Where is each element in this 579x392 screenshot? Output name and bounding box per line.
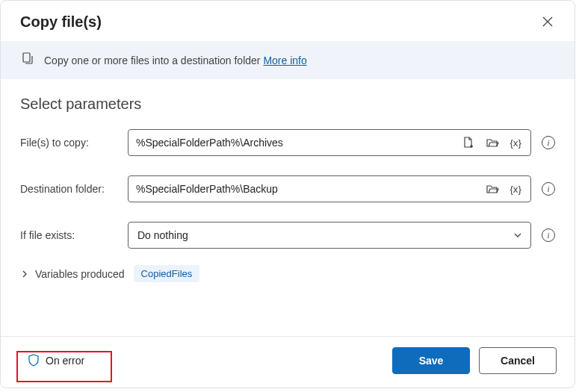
if-file-exists-select[interactable]: Do nothing [128, 222, 531, 249]
folder-open-icon [486, 182, 499, 196]
variable-icon: {x} [510, 137, 521, 149]
variables-produced-label: Variables produced [35, 268, 125, 280]
if-file-exists-value: Do nothing [137, 229, 188, 241]
select-folder-button[interactable] [484, 134, 501, 151]
chevron-down-icon [513, 230, 523, 240]
more-info-link[interactable]: More info [263, 55, 306, 66]
destination-folder-label: Destination folder: [20, 183, 117, 195]
variables-produced-row: Variables produced CopiedFiles [20, 265, 555, 282]
variable-icon: {x} [510, 184, 521, 195]
folder-open-icon [486, 136, 499, 149]
files-to-copy-input-wrap: {x} [128, 129, 531, 156]
destination-folder-input[interactable] [136, 183, 484, 195]
if-file-exists-row: If file exists: Do nothing i [20, 222, 555, 249]
dialog-footer: On error Save Cancel [1, 336, 575, 388]
files-to-copy-input[interactable] [136, 137, 460, 149]
files-input-icons: {x} [460, 134, 523, 151]
footer-buttons: Save Cancel [392, 347, 557, 374]
save-button[interactable]: Save [392, 347, 470, 374]
copy-files-dialog: Copy file(s) Copy one or more files into… [0, 0, 575, 388]
chevron-right-icon [20, 270, 29, 279]
variable-chip-copiedfiles[interactable]: CopiedFiles [134, 265, 200, 282]
select-variable-button-dest[interactable]: {x} [508, 182, 523, 196]
info-banner: Copy one or more files into a destinatio… [1, 41, 575, 79]
destination-info-button[interactable]: i [542, 182, 555, 196]
file-add-icon [462, 136, 475, 149]
dialog-title: Copy file(s) [20, 13, 102, 31]
destination-folder-row: Destination folder: {x} i [20, 175, 555, 202]
copy-files-icon [20, 52, 35, 69]
destination-folder-input-wrap: {x} [128, 175, 531, 202]
dialog-body: Select parameters File(s) to copy: {x} [1, 79, 575, 336]
banner-text: Copy one or more files into a destinatio… [44, 55, 307, 66]
select-file-button[interactable] [460, 134, 477, 151]
close-button[interactable] [537, 11, 558, 32]
select-variable-button[interactable]: {x} [508, 136, 523, 150]
destination-input-icons: {x} [484, 181, 523, 197]
if-file-exists-label: If file exists: [20, 229, 117, 241]
close-icon [542, 16, 554, 28]
files-to-copy-label: File(s) to copy: [20, 137, 117, 149]
on-error-button[interactable]: On error [19, 348, 93, 373]
files-to-copy-row: File(s) to copy: {x} i [20, 129, 555, 156]
shield-icon [28, 354, 40, 367]
if-exists-info-button[interactable]: i [542, 228, 555, 242]
select-folder-button-dest[interactable] [484, 181, 501, 197]
on-error-label: On error [46, 355, 84, 367]
section-title: Select parameters [20, 96, 555, 113]
cancel-button[interactable]: Cancel [479, 347, 557, 374]
svg-rect-0 [23, 53, 30, 62]
variables-produced-toggle[interactable]: Variables produced [20, 268, 125, 280]
files-info-button[interactable]: i [542, 136, 555, 149]
dialog-header: Copy file(s) [1, 1, 575, 41]
